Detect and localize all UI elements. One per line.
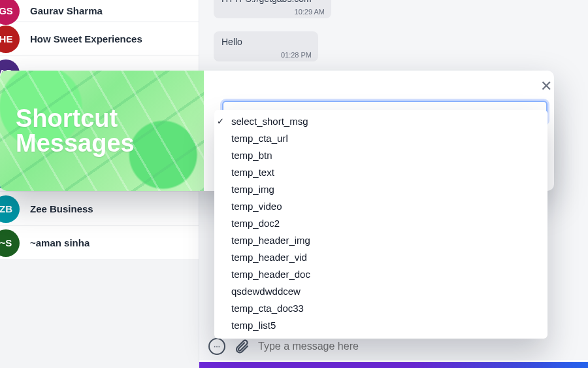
dropdown-option[interactable]: ✓ select_short_msg [214,112,547,129]
avatar: ZB [0,195,20,223]
message-bubble: Hello 01:28 PM [214,31,318,61]
modal-title: Shortcut Messages [0,106,135,156]
avatar: ~S [0,229,20,257]
close-icon[interactable]: ✕ [538,78,554,94]
message-text: HTTPS://getgabs.com [221,0,323,4]
brand-bar [199,362,588,368]
dropdown-option[interactable]: temp_btn [214,146,547,163]
dropdown-option[interactable]: temp_cta_url [214,129,547,146]
chat-name: Gaurav Sharma [30,5,103,16]
composer-input[interactable] [258,341,579,352]
avatar: HE [0,25,20,53]
chat-name: How Sweet Experiences [30,33,142,44]
avatar: GS [0,0,20,25]
dropdown-option[interactable]: temp_img [214,180,547,197]
shortcut-select-dropdown: ✓ select_short_msg temp_cta_url temp_btn… [214,110,547,339]
dropdown-option[interactable]: temp_header_vid [214,248,547,265]
dropdown-option[interactable]: temp_header_doc [214,265,547,282]
dropdown-option[interactable]: temp_header_img [214,231,547,248]
chat-list-item[interactable]: HE How Sweet Experiences [0,22,199,56]
dropdown-option[interactable]: temp_text [214,163,547,180]
dropdown-option[interactable]: temp_list5 [214,316,547,333]
modal-hero: Shortcut Messages [0,71,204,191]
dropdown-option[interactable]: temp_cta_doc33 [214,299,547,316]
chat-list-item[interactable]: ZB Zee Business [0,192,199,226]
more-icon[interactable]: ⋯ [208,338,225,355]
chat-name: Zee Business [30,203,93,214]
message-time: 10:29 AM [295,8,325,16]
check-icon: ✓ [217,116,224,126]
dropdown-option[interactable]: temp_video [214,197,547,214]
message-bubble: HTTPS://getgabs.com 10:29 AM [214,0,331,18]
message-text: Hello [221,37,310,47]
chat-list-item[interactable]: GS Gaurav Sharma [0,0,199,22]
attach-icon[interactable] [233,338,250,355]
message-time: 01:28 PM [281,51,312,59]
chat-name: ~aman sinha [30,237,90,248]
dropdown-option[interactable]: qsdewdwddcew [214,282,547,299]
dropdown-option[interactable]: temp_doc2 [214,214,547,231]
chat-list-item[interactable]: ~S ~aman sinha [0,226,199,260]
